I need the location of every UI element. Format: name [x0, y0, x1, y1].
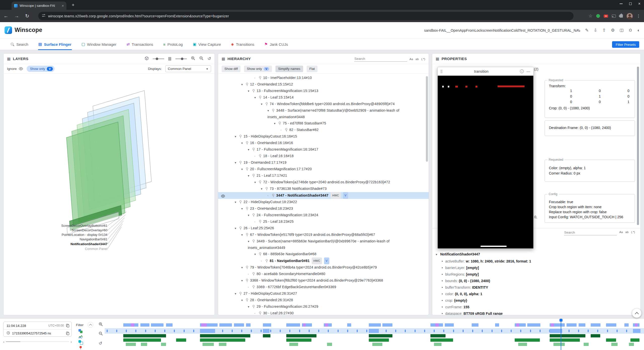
expander-icon[interactable]: ▾	[248, 304, 252, 310]
tab-window-manager[interactable]: ▢Window Manager	[81, 38, 117, 50]
timeline-segment-protolog[interactable]	[219, 343, 226, 346]
upload-icon[interactable]: ⇧	[602, 28, 606, 33]
expander-icon[interactable]: ▾	[241, 297, 246, 303]
spacing-slider[interactable]	[175, 59, 187, 59]
hierarchy-search-input[interactable]	[354, 56, 407, 62]
timeline-segment-transactions[interactable]	[430, 338, 453, 342]
tree-row[interactable]: ▾17 - FullscreenMagnification:16:16#17	[218, 146, 429, 153]
back-icon[interactable]: ←	[4, 13, 8, 19]
expander-icon[interactable]: ▾	[241, 232, 246, 238]
timeline-segment-sf[interactable]	[606, 323, 616, 327]
tree-row[interactable]: ◦3369 - 67726bf EdgeBackGestureHandler0#…	[218, 284, 429, 290]
minimize-dialog-icon[interactable]: —	[526, 69, 531, 73]
timeline-segment-transition[interactable]	[325, 323, 328, 327]
tree-row[interactable]: ◦82 - StatusBar#82	[218, 127, 429, 133]
cast-icon[interactable]	[612, 15, 616, 18]
expander-icon[interactable]: ▾	[241, 81, 246, 88]
layer-label-selected[interactable]: NotificationShade#3447	[70, 242, 107, 246]
timeline-segment-transition[interactable]	[201, 323, 207, 327]
tab-transactions[interactable]: ⇄Transactions	[126, 38, 154, 50]
scroll-left-icon[interactable]: ‹	[3, 340, 4, 344]
timeline-segment-wm[interactable]	[591, 334, 600, 337]
timeline-segment-sf[interactable]	[246, 323, 251, 327]
screenshot-dialog[interactable]: ⣿ transition i —	[437, 67, 534, 249]
timeline-segment-sf[interactable]	[286, 323, 300, 327]
expander-icon[interactable]: ▾	[254, 179, 259, 186]
timeline-segment-protolog[interactable]	[611, 343, 618, 346]
expander-icon[interactable]: ▾	[241, 206, 246, 212]
expander-icon[interactable]: ▾	[235, 160, 239, 166]
timeline-segment-transactions[interactable]	[515, 338, 540, 342]
tree-row[interactable]: ◦3447 - NotificationShade#3447HWCV	[218, 192, 429, 199]
properties-scrollbar[interactable]	[637, 67, 639, 225]
timeline-segment-transactions[interactable]	[630, 338, 639, 342]
timeline-segment-sf[interactable]	[140, 323, 149, 327]
expander-icon[interactable]: ▾	[235, 134, 239, 140]
property-row[interactable]: dataspace: BT709 sRGB Full range	[436, 310, 638, 315]
tree-row[interactable]: ◦25 - Leaf:18:23#25	[218, 218, 429, 225]
pin-icon[interactable]	[246, 233, 249, 236]
show-only-v-toggle[interactable]: Show only V	[27, 66, 54, 72]
timeline-segment-wm[interactable]	[286, 334, 316, 337]
match-case-icon[interactable]: Aa	[619, 231, 623, 235]
expander-icon[interactable]: ▾	[235, 291, 239, 297]
tree-row[interactable]: ▾67 - WindowToken{e5176f9 type=2019 andr…	[218, 232, 429, 238]
reset-view-icon[interactable]: ↺	[208, 56, 211, 61]
browser-tab[interactable]: Winscope | sandbox-FAI ×	[12, 2, 66, 10]
expander-icon[interactable]: ▾	[254, 95, 259, 101]
expander-icon[interactable]: ▾	[248, 238, 252, 245]
tree-row[interactable]: ◦81 - NavigationBar0#81HWCV	[218, 257, 429, 264]
timeline-cursor[interactable]	[561, 319, 561, 350]
layers-3d-canvas[interactable]: ScreenDecorOverlayBottom#61 ScreenDecorO…	[4, 74, 215, 315]
timeline-segment-transition[interactable]	[303, 323, 306, 327]
property-row[interactable]: barrierLayer: [empty]	[436, 265, 638, 271]
pin-icon[interactable]	[239, 227, 242, 230]
tree-row[interactable]: ▾79 - WindowToken{7046b4a type=2024 andr…	[218, 264, 429, 271]
browser-menu-icon[interactable]: ⋮	[636, 14, 640, 18]
profile-avatar[interactable]	[627, 13, 633, 19]
report-bug-icon[interactable]	[628, 28, 632, 33]
timeline-zoom-in-icon[interactable]	[99, 322, 103, 327]
tab-jank-cujs[interactable]: ⚑Jank CUJs	[264, 38, 289, 50]
property-row[interactable]: bufferTransform: IDENTITY	[436, 284, 638, 291]
timeline-segment-sf[interactable]	[369, 323, 381, 327]
timeline-segment-transactions[interactable]	[550, 338, 580, 342]
expander-icon[interactable]: ▾	[241, 140, 246, 146]
pin-icon[interactable]	[246, 141, 249, 145]
match-word-icon[interactable]: ab	[625, 231, 629, 235]
pin-icon[interactable]	[259, 252, 262, 256]
tab-search[interactable]: Search	[10, 38, 29, 50]
window-close-icon[interactable]: ×	[638, 3, 640, 5]
pin-icon[interactable]	[252, 89, 255, 93]
tree-row[interactable]: ▾21 - Leaf:17:17#21	[218, 172, 429, 179]
timeline-segment-sf[interactable]	[591, 323, 600, 327]
pin-icon[interactable]	[259, 76, 262, 79]
pin-icon[interactable]	[252, 148, 255, 151]
tree-row[interactable]: ▾20 - FullscreenMagnification:17:17#20	[218, 166, 429, 172]
timeline-segment-sf[interactable]	[234, 323, 244, 327]
expander-icon[interactable]: ▾	[274, 120, 278, 127]
timeline-cursor-handle[interactable]	[559, 319, 562, 322]
timeline-segment-protolog[interactable]	[434, 343, 441, 346]
ignore-toggle[interactable]: Ignore	[7, 67, 23, 71]
tree-row[interactable]: ◦30 - Leaf:26:27#30	[218, 310, 429, 315]
eye-icon[interactable]	[19, 67, 23, 70]
tree-row[interactable]: ▾3368 - WindowToken{f6b2f60 type=2024 an…	[218, 277, 429, 284]
copy-icon[interactable]	[66, 324, 69, 327]
expander-icon[interactable]: ▾	[248, 173, 252, 179]
dark-mode-icon[interactable]: ◐	[637, 28, 640, 33]
tab-view-capture[interactable]: ▣View Capture	[192, 38, 221, 50]
tree-row[interactable]: ▾19 - OneHanded:17:17#19	[218, 159, 429, 166]
expander-icon[interactable]: ▾	[248, 212, 252, 218]
copy-icon[interactable]	[66, 332, 69, 335]
site-settings-icon[interactable]	[42, 14, 46, 18]
expander-icon[interactable]: ▾	[248, 88, 252, 94]
expander-icon[interactable]: ▾	[241, 278, 246, 284]
tab-surface-flinger[interactable]: ▤Surface Flinger	[38, 38, 72, 50]
tab-close-icon[interactable]: ×	[62, 4, 64, 8]
edit-icon[interactable]: ✎	[585, 28, 589, 33]
tree-row[interactable]: ▾73 - 8736138 NotificationShade#73	[218, 186, 429, 192]
timeline-segment-protolog[interactable]	[161, 343, 166, 346]
pin-icon[interactable]	[246, 167, 249, 171]
extension-icon[interactable]	[596, 14, 600, 18]
